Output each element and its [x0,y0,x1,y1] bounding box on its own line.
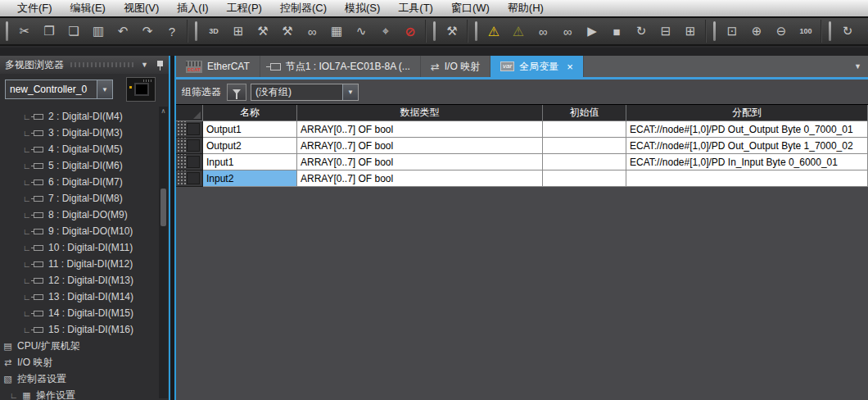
watch-table-icon[interactable]: ▦ [326,20,347,42]
filter-button[interactable] [227,84,246,101]
cell-name-selected[interactable]: Input2 [203,170,297,187]
tab-global-variables[interactable]: var 全局变量 × [491,56,584,77]
watch-window-icon[interactable]: ∞ [301,20,323,42]
tree-item-slot13[interactable]: ∟13 : Digital-DI(M14) [0,289,157,305]
help-icon[interactable]: ? [161,20,183,42]
tree-item-slot3[interactable]: ∟3 : Digital-DI(M3) [0,125,157,141]
cell-initial[interactable] [543,154,626,170]
tab-close-icon[interactable]: × [567,61,573,73]
redo-icon[interactable]: ↷ [137,20,158,42]
tree-item-slot2[interactable]: ∟2 : Digital-DI(M4) [0,108,157,125]
tab-io-map[interactable]: ⇄ I/O 映射 [421,56,491,77]
warning-enabled-icon[interactable]: ⚠ [483,20,504,42]
tree-item-io-map[interactable]: ⇄I/O 映射 [0,354,157,370]
menu-view[interactable]: 视图(V) [115,0,168,16]
cell-initial[interactable] [543,170,626,187]
scrollbar-thumb[interactable] [160,189,166,226]
menu-tools[interactable]: 工具(T) [389,0,442,16]
tree-item-slot14[interactable]: ∟14 : Digital-DI(M15) [0,305,157,321]
tree-item-operation-settings[interactable]: ∟▦操作设置 [0,387,157,400]
differential-monitor-icon[interactable]: ∿ [350,20,372,42]
group-select-arrow-icon[interactable]: ▼ [342,84,358,100]
zoom-100-icon[interactable]: 100 [795,20,816,42]
abort-icon[interactable]: ⊘ [400,20,421,42]
panel-splitter[interactable] [169,56,176,400]
sync-pull-icon[interactable]: ↺ [861,20,868,42]
menu-help[interactable]: 帮助(H) [499,0,553,16]
menu-project[interactable]: 工程(P) [218,0,271,16]
run-mode-icon[interactable]: ▶ [581,20,603,42]
tree-item-slot9[interactable]: ∟9 : Digital-DO(M10) [0,223,157,239]
tree-item-slot11[interactable]: ∟11 : Digital-DI(M12) [0,256,157,272]
row-handle[interactable] [176,138,203,154]
pin-icon[interactable] [156,60,164,70]
search-icon[interactable]: ⌖ [375,20,396,42]
tree-item-slot15[interactable]: ∟15 : Digital-DI(M16) [0,321,157,338]
cell-name[interactable]: Input1 [203,154,297,170]
copy-icon[interactable]: ❐ [38,20,60,42]
menu-simulation[interactable]: 模拟(S) [336,0,389,16]
zoom-fit-icon[interactable]: ⊡ [721,20,743,42]
rebuild-icon[interactable]: ⚒ [277,20,298,42]
synchronize-icon[interactable]: ↻ [631,20,652,42]
zoom-in-icon[interactable]: ⊕ [746,20,767,42]
cell-initial[interactable] [543,138,626,154]
tree-item-slot8[interactable]: ∟8 : Digital-DO(M9) [0,207,157,223]
menu-window[interactable]: 窗口(W) [442,0,499,16]
build-icon[interactable]: ⚒ [252,20,274,42]
delete-icon[interactable]: ▥ [88,20,109,42]
cell-datatype[interactable]: ARRAY[0..7] OF bool [297,121,543,138]
paste-icon[interactable]: ❏ [63,20,84,42]
tree-scrollbar[interactable]: ∧ [159,107,168,398]
transfer-from-controller-icon[interactable]: ⊞ [680,20,701,42]
build-run-icon[interactable]: ⚒ [441,20,463,42]
warning-disabled-icon[interactable]: ⚠ [508,20,529,42]
tree-item-slot6[interactable]: ∟6 : Digital-DI(M7) [0,174,157,190]
sync-push-icon[interactable]: ↻ [837,20,858,42]
cell-datatype[interactable]: ARRAY[0..7] OF bool [297,154,543,170]
monitor-glasses-off-icon[interactable]: ∞ [557,20,578,42]
tree-item-slot10[interactable]: ∟10 : Digital-DI(M11) [0,239,157,256]
monitor-glasses-icon[interactable]: ∞ [532,20,554,42]
toolbar-grip[interactable] [6,21,8,41]
cell-assign[interactable]: ECAT://node#[1,0]/PD Out_Output Byte 1_7… [626,138,868,154]
tree-item-slot12[interactable]: ∟12 : Digital-DI(M13) [0,272,157,289]
undo-icon[interactable]: ↶ [112,20,133,42]
controller-select[interactable]: new_Controller_0 ▼ [5,80,113,99]
toolbar-grip[interactable] [713,21,716,41]
tree-item-slot7[interactable]: ∟7 : Digital-DI(M8) [0,190,157,207]
toolbar-grip[interactable] [195,21,197,41]
tab-node1[interactable]: 节点1 : IOL7A-EC01B-8A (... [260,56,421,77]
menu-file[interactable]: 文件(F) [8,0,61,16]
3d-view-icon[interactable]: 3D [203,20,224,42]
tree-item-controller-settings[interactable]: ▧控制器设置 [0,370,157,387]
menu-controller[interactable]: 控制器(C) [271,0,336,16]
cascade-windows-icon[interactable]: ⊞ [228,20,249,42]
menu-insert[interactable]: 插入(I) [168,0,217,16]
row-handle[interactable] [176,121,203,138]
row-handle[interactable] [176,170,203,187]
toolbar-grip[interactable] [829,21,831,41]
cell-assign[interactable] [626,170,868,187]
stop-mode-icon[interactable]: ■ [606,20,627,42]
cell-assign[interactable]: ECAT://node#[1,0]/PD In_Input Byte 0_600… [626,154,868,170]
transfer-to-controller-icon[interactable]: ⊟ [655,20,676,42]
row-handle[interactable] [176,154,203,170]
zoom-out-icon[interactable]: ⊖ [771,20,792,42]
cell-datatype[interactable]: ARRAY[0..7] OF bool [297,138,543,154]
cell-initial[interactable] [543,121,626,138]
cut-icon[interactable]: ✂ [14,20,35,42]
tree-item-slot4[interactable]: ∟4 : Digital-DI(M5) [0,141,157,157]
scrollbar-up-icon[interactable]: ∧ [159,107,168,115]
tree-item-cpu-rack[interactable]: ▤CPU/扩展机架 [0,338,157,354]
panel-menu-caret-icon[interactable]: ▼ [141,61,148,69]
toolbar-grip[interactable] [433,21,436,41]
cell-name[interactable]: Output1 [203,121,297,138]
tree-item-slot5[interactable]: ∟5 : Digital-DI(M6) [0,157,157,174]
toolbar-grip[interactable] [475,21,477,41]
group-select[interactable]: (没有组) ▼ [251,84,359,101]
tab-ethercat[interactable]: ECAT EtherCAT [176,56,260,77]
tab-overflow-icon[interactable]: ▼ [854,56,861,77]
cell-assign[interactable]: ECAT://node#[1,0]/PD Out_Output Byte 0_7… [626,121,868,138]
cell-name[interactable]: Output2 [203,138,297,154]
